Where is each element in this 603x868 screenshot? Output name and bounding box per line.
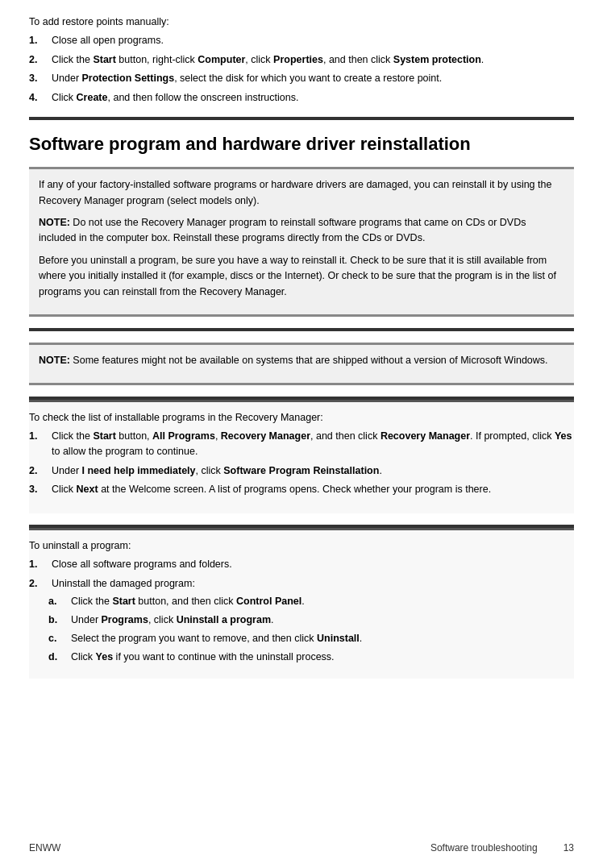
thick-divider-2 xyxy=(29,328,574,331)
note2-label: NOTE: xyxy=(39,355,70,366)
check-section: To check the list of installable program… xyxy=(29,400,574,513)
intro-list: 1. Close all open programs. 2. Click the… xyxy=(29,33,574,106)
uninstall-step-1: 1. Close all software programs and folde… xyxy=(29,557,574,572)
check-text-1: Click the Start button, All Programs, Re… xyxy=(52,429,574,459)
check-num-1: 1. xyxy=(29,429,52,459)
footer-page: 13 xyxy=(563,842,574,853)
intro-label: To add restore points manually: xyxy=(29,15,574,30)
check-label: To check the list of installable program… xyxy=(29,410,574,426)
footer-center: Software troubleshooting xyxy=(430,842,538,853)
thick-divider-1 xyxy=(29,117,574,120)
uninstall-num-1: 1. xyxy=(29,557,52,572)
intro-section: To add restore points manually: 1. Close… xyxy=(29,15,574,106)
alpha-c: c. xyxy=(48,631,71,646)
alpha-b: b. xyxy=(48,613,71,628)
check-step-1: 1. Click the Start button, All Programs,… xyxy=(29,429,574,459)
step-num-3: 3. xyxy=(29,71,52,86)
sub-text-a: Click the Start button, and then click C… xyxy=(71,594,305,609)
alpha-d: d. xyxy=(48,650,71,665)
step-num-1: 1. xyxy=(29,33,52,48)
uninstall-text-1: Close all software programs and folders. xyxy=(52,557,232,572)
sub-text-b: Under Programs, click Uninstall a progra… xyxy=(71,613,274,628)
uninstall-sub-d: d. Click Yes if you want to continue wit… xyxy=(48,650,574,665)
intro-step-1: 1. Close all open programs. xyxy=(29,33,574,48)
uninstall-sub-c: c. Select the program you want to remove… xyxy=(48,631,574,646)
uninstall-sub-a: a. Click the Start button, and then clic… xyxy=(48,594,574,609)
check-text-3: Click Next at the Welcome screen. A list… xyxy=(52,482,491,497)
uninstall-sub-list: a. Click the Start button, and then clic… xyxy=(48,594,574,667)
step-num-4: 4. xyxy=(29,90,52,106)
uninstall-text-2: Uninstall the damaged program: xyxy=(52,576,195,592)
note-block-2: NOTE: Some features might not be availab… xyxy=(39,353,564,368)
step-text-2: Click the Start button, right-click Comp… xyxy=(52,52,484,68)
section-info-box: If any of your factory-installed softwar… xyxy=(29,167,574,317)
uninstall-label: To uninstall a program: xyxy=(29,538,574,554)
step-text-3: Under Protection Settings, select the di… xyxy=(52,71,442,86)
step-text-1: Close all open programs. xyxy=(52,33,164,48)
uninstall-section: To uninstall a program: 1. Close all sof… xyxy=(29,528,574,679)
check-step-3: 3. Click Next at the Welcome screen. A l… xyxy=(29,482,574,497)
footer-right: Software troubleshooting 13 xyxy=(430,842,574,853)
uninstall-list: 1. Close all software programs and folde… xyxy=(29,557,574,671)
check-step-2: 2. Under I need help immediately, click … xyxy=(29,463,574,479)
body-para-1: If any of your factory-installed softwar… xyxy=(39,177,564,209)
intro-step-2: 2. Click the Start button, right-click C… xyxy=(29,52,574,68)
step-num-2: 2. xyxy=(29,52,52,68)
note-block-1: NOTE: Do not use the Recovery Manager pr… xyxy=(39,215,564,247)
uninstall-sub-b: b. Under Programs, click Uninstall a pro… xyxy=(48,613,574,628)
intro-step-4: 4. Click Create, and then follow the ons… xyxy=(29,90,574,106)
note2-text: Some features might not be available on … xyxy=(70,355,548,366)
check-num-2: 2. xyxy=(29,463,52,479)
check-section-inner: To check the list of installable program… xyxy=(29,410,574,505)
alpha-a: a. xyxy=(48,594,71,609)
sub-text-d: Click Yes if you want to continue with t… xyxy=(71,650,335,665)
note2-box: NOTE: Some features might not be availab… xyxy=(29,343,574,385)
check-text-2: Under I need help immediately, click Sof… xyxy=(52,463,382,479)
check-num-3: 3. xyxy=(29,482,52,497)
note1-label: NOTE: xyxy=(39,217,70,228)
page: To add restore points manually: 1. Close… xyxy=(0,0,603,868)
check-list: 1. Click the Start button, All Programs,… xyxy=(29,429,574,497)
section-title: Software program and hardware driver rei… xyxy=(29,133,574,156)
uninstall-num-2: 2. xyxy=(29,576,52,592)
note1-text: Do not use the Recovery Manager program … xyxy=(39,217,526,243)
intro-step-3: 3. Under Protection Settings, select the… xyxy=(29,71,574,86)
footer: ENWW Software troubleshooting 13 xyxy=(29,842,574,853)
sub-text-c: Select the program you want to remove, a… xyxy=(71,631,362,646)
uninstall-step-2: 2. Uninstall the damaged program: a. Cli… xyxy=(29,576,574,671)
body-para-2: Before you uninstall a program, be sure … xyxy=(39,253,564,300)
footer-left: ENWW xyxy=(29,842,60,853)
step-text-4: Click Create, and then follow the onscre… xyxy=(52,90,298,106)
